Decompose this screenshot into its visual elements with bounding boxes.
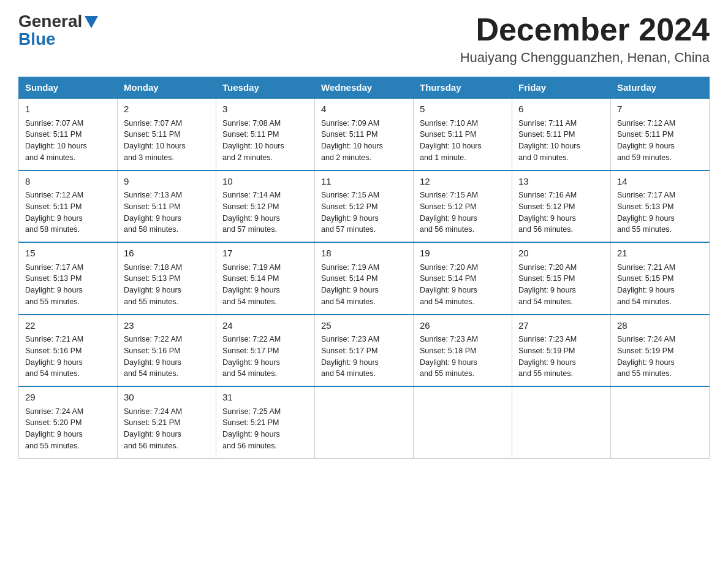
calendar-table: SundayMondayTuesdayWednesdayThursdayFrid… <box>18 77 710 459</box>
day-info: Sunrise: 7:23 AMSunset: 5:18 PMDaylight:… <box>420 334 506 380</box>
day-number: 27 <box>518 319 604 333</box>
day-number: 2 <box>124 102 210 117</box>
day-number: 13 <box>518 175 604 189</box>
day-number: 4 <box>321 102 407 117</box>
header-wednesday: Wednesday <box>315 77 414 99</box>
calendar-cell: 13Sunrise: 7:16 AMSunset: 5:12 PMDayligh… <box>512 170 611 243</box>
day-info: Sunrise: 7:13 AMSunset: 5:11 PMDaylight:… <box>124 190 210 236</box>
day-info: Sunrise: 7:11 AMSunset: 5:11 PMDaylight:… <box>518 118 604 164</box>
logo-general-text: General <box>18 13 82 30</box>
calendar-cell: 8Sunrise: 7:12 AMSunset: 5:11 PMDaylight… <box>19 170 118 243</box>
day-info: Sunrise: 7:25 AMSunset: 5:21 PMDaylight:… <box>222 406 308 452</box>
day-number: 15 <box>25 247 111 261</box>
day-number: 6 <box>518 102 604 117</box>
day-number: 31 <box>222 391 308 405</box>
day-number: 30 <box>124 391 210 405</box>
day-number: 16 <box>124 247 210 261</box>
svg-marker-0 <box>85 16 98 28</box>
day-info: Sunrise: 7:09 AMSunset: 5:11 PMDaylight:… <box>321 118 407 164</box>
calendar-cell: 25Sunrise: 7:23 AMSunset: 5:17 PMDayligh… <box>315 315 414 387</box>
logo: General Blue <box>18 12 98 48</box>
day-info: Sunrise: 7:24 AMSunset: 5:19 PMDaylight:… <box>617 334 703 380</box>
day-number: 26 <box>420 319 506 333</box>
day-info: Sunrise: 7:19 AMSunset: 5:14 PMDaylight:… <box>222 262 308 308</box>
day-number: 20 <box>518 247 604 261</box>
day-info: Sunrise: 7:20 AMSunset: 5:14 PMDaylight:… <box>420 262 506 308</box>
day-number: 28 <box>617 319 703 333</box>
calendar-cell: 14Sunrise: 7:17 AMSunset: 5:13 PMDayligh… <box>611 170 710 243</box>
calendar-cell: 6Sunrise: 7:11 AMSunset: 5:11 PMDaylight… <box>512 98 611 170</box>
day-info: Sunrise: 7:19 AMSunset: 5:14 PMDaylight:… <box>321 262 407 308</box>
calendar-cell: 31Sunrise: 7:25 AMSunset: 5:21 PMDayligh… <box>216 386 315 458</box>
day-number: 18 <box>321 247 407 261</box>
logo-triangle-icon <box>85 16 98 28</box>
calendar-cell: 19Sunrise: 7:20 AMSunset: 5:14 PMDayligh… <box>414 242 512 315</box>
calendar-week-row: 22Sunrise: 7:21 AMSunset: 5:16 PMDayligh… <box>19 315 710 387</box>
calendar-cell <box>414 386 512 458</box>
calendar-cell: 3Sunrise: 7:08 AMSunset: 5:11 PMDaylight… <box>216 98 315 170</box>
calendar-cell <box>611 386 710 458</box>
calendar-cell: 7Sunrise: 7:12 AMSunset: 5:11 PMDaylight… <box>611 98 710 170</box>
day-info: Sunrise: 7:15 AMSunset: 5:12 PMDaylight:… <box>321 190 407 236</box>
day-info: Sunrise: 7:16 AMSunset: 5:12 PMDaylight:… <box>518 190 604 236</box>
day-number: 19 <box>420 247 506 261</box>
day-number: 21 <box>617 247 703 261</box>
day-number: 17 <box>222 247 308 261</box>
day-info: Sunrise: 7:07 AMSunset: 5:11 PMDaylight:… <box>25 118 111 164</box>
calendar-cell: 2Sunrise: 7:07 AMSunset: 5:11 PMDaylight… <box>118 98 216 170</box>
day-number: 12 <box>420 175 506 189</box>
day-info: Sunrise: 7:17 AMSunset: 5:13 PMDaylight:… <box>617 190 703 236</box>
day-number: 1 <box>25 102 111 117</box>
day-info: Sunrise: 7:12 AMSunset: 5:11 PMDaylight:… <box>25 190 111 236</box>
calendar-cell: 21Sunrise: 7:21 AMSunset: 5:15 PMDayligh… <box>611 242 710 315</box>
calendar-cell: 16Sunrise: 7:18 AMSunset: 5:13 PMDayligh… <box>118 242 216 315</box>
logo-blue-text: Blue <box>18 31 56 48</box>
calendar-cell: 17Sunrise: 7:19 AMSunset: 5:14 PMDayligh… <box>216 242 315 315</box>
calendar-cell: 22Sunrise: 7:21 AMSunset: 5:16 PMDayligh… <box>19 315 118 387</box>
day-info: Sunrise: 7:08 AMSunset: 5:11 PMDaylight:… <box>222 118 308 164</box>
day-info: Sunrise: 7:15 AMSunset: 5:12 PMDaylight:… <box>420 190 506 236</box>
day-info: Sunrise: 7:21 AMSunset: 5:15 PMDaylight:… <box>617 262 703 308</box>
day-info: Sunrise: 7:21 AMSunset: 5:16 PMDaylight:… <box>25 334 111 380</box>
day-number: 14 <box>617 175 703 189</box>
day-info: Sunrise: 7:23 AMSunset: 5:17 PMDaylight:… <box>321 334 407 380</box>
calendar-cell: 12Sunrise: 7:15 AMSunset: 5:12 PMDayligh… <box>414 170 512 243</box>
calendar-cell: 24Sunrise: 7:22 AMSunset: 5:17 PMDayligh… <box>216 315 315 387</box>
page-header: General Blue December 2024 Huaiyang Chen… <box>18 12 710 66</box>
day-info: Sunrise: 7:20 AMSunset: 5:15 PMDaylight:… <box>518 262 604 308</box>
header-monday: Monday <box>118 77 216 99</box>
calendar-cell: 11Sunrise: 7:15 AMSunset: 5:12 PMDayligh… <box>315 170 414 243</box>
calendar-cell <box>512 386 611 458</box>
calendar-cell: 1Sunrise: 7:07 AMSunset: 5:11 PMDaylight… <box>19 98 118 170</box>
day-number: 9 <box>124 175 210 189</box>
header-saturday: Saturday <box>611 77 710 99</box>
day-number: 10 <box>222 175 308 189</box>
calendar-cell: 9Sunrise: 7:13 AMSunset: 5:11 PMDaylight… <box>118 170 216 243</box>
day-info: Sunrise: 7:18 AMSunset: 5:13 PMDaylight:… <box>124 262 210 308</box>
location-title: Huaiyang Chengguanzhen, Henan, China <box>460 50 710 66</box>
title-block: December 2024 Huaiyang Chengguanzhen, He… <box>460 12 710 66</box>
day-number: 3 <box>222 102 308 117</box>
calendar-cell: 30Sunrise: 7:24 AMSunset: 5:21 PMDayligh… <box>118 386 216 458</box>
calendar-cell: 23Sunrise: 7:22 AMSunset: 5:16 PMDayligh… <box>118 315 216 387</box>
day-info: Sunrise: 7:17 AMSunset: 5:13 PMDaylight:… <box>25 262 111 308</box>
header-sunday: Sunday <box>19 77 118 99</box>
calendar-cell: 15Sunrise: 7:17 AMSunset: 5:13 PMDayligh… <box>19 242 118 315</box>
day-number: 11 <box>321 175 407 189</box>
day-number: 7 <box>617 102 703 117</box>
day-number: 29 <box>25 391 111 405</box>
calendar-cell: 18Sunrise: 7:19 AMSunset: 5:14 PMDayligh… <box>315 242 414 315</box>
calendar-cell: 5Sunrise: 7:10 AMSunset: 5:11 PMDaylight… <box>414 98 512 170</box>
day-number: 25 <box>321 319 407 333</box>
day-info: Sunrise: 7:23 AMSunset: 5:19 PMDaylight:… <box>518 334 604 380</box>
day-info: Sunrise: 7:12 AMSunset: 5:11 PMDaylight:… <box>617 118 703 164</box>
day-info: Sunrise: 7:10 AMSunset: 5:11 PMDaylight:… <box>420 118 506 164</box>
calendar-cell: 26Sunrise: 7:23 AMSunset: 5:18 PMDayligh… <box>414 315 512 387</box>
day-info: Sunrise: 7:14 AMSunset: 5:12 PMDaylight:… <box>222 190 308 236</box>
calendar-cell: 10Sunrise: 7:14 AMSunset: 5:12 PMDayligh… <box>216 170 315 243</box>
calendar-header-row: SundayMondayTuesdayWednesdayThursdayFrid… <box>19 77 710 99</box>
day-number: 5 <box>420 102 506 117</box>
day-info: Sunrise: 7:24 AMSunset: 5:20 PMDaylight:… <box>25 406 111 452</box>
calendar-cell <box>315 386 414 458</box>
header-friday: Friday <box>512 77 611 99</box>
